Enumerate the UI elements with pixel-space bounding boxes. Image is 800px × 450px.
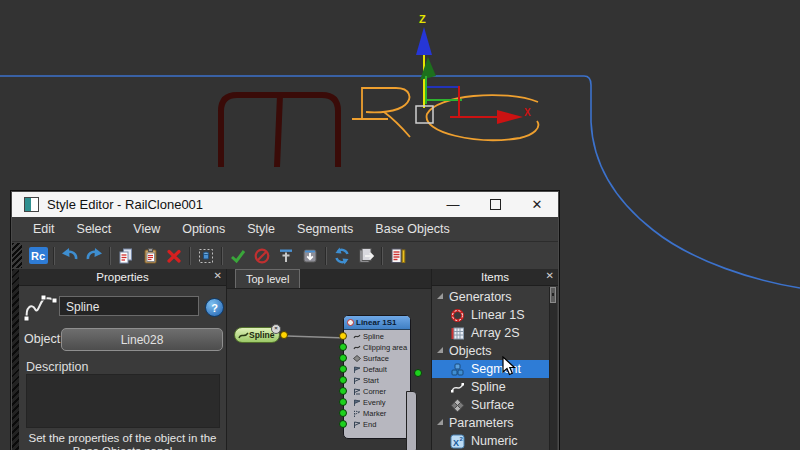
toolbar-separator: [109, 247, 111, 265]
axis-gizmo[interactable]: Z X: [416, 13, 531, 124]
input-port-surface[interactable]: [339, 354, 347, 362]
pin-bottom-icon[interactable]: [298, 245, 322, 267]
style-editor-window: Style Editor - RailClone001 — ✕ Edit Sel…: [10, 190, 560, 450]
linear-generator-header[interactable]: Linear 1S1: [344, 316, 410, 330]
linear-generator-node[interactable]: Linear 1S1 Spline Clipping area Surface …: [343, 315, 411, 439]
railclone-logo-icon[interactable]: Rc: [26, 245, 50, 267]
copy-icon[interactable]: [114, 245, 138, 267]
viewport-rail-geometry[interactable]: [221, 95, 338, 167]
node-editor-canvas[interactable]: Top level Spline × Linear 1S1 Spline Cli…: [227, 269, 432, 450]
spline-node-output-port[interactable]: [280, 331, 288, 339]
node-name-input[interactable]: Spline: [59, 296, 199, 316]
toolbar-grip[interactable]: [12, 243, 22, 268]
mouse-cursor: [502, 356, 518, 378]
input-port-default[interactable]: [339, 365, 347, 373]
window-left-rail: [12, 269, 19, 450]
linear-1s-icon: [450, 308, 465, 323]
apply-check-icon[interactable]: [226, 245, 250, 267]
toolbar-separator: [189, 247, 191, 265]
node-input-end: End: [344, 419, 410, 430]
minimize-button[interactable]: —: [432, 192, 474, 217]
tree-item-numeric[interactable]: X2 Numeric: [432, 432, 549, 450]
segment-icon: [450, 362, 465, 377]
menu-style[interactable]: Style: [236, 217, 286, 241]
generator-output-port[interactable]: [414, 369, 422, 377]
tree-group-generators[interactable]: Generators: [432, 288, 549, 306]
expand-triangle-icon[interactable]: [437, 347, 443, 353]
items-panel: Items ✕ Generators Linear 1S Array 2S: [432, 269, 558, 450]
svg-text:X: X: [453, 437, 459, 447]
pin-top-icon[interactable]: [274, 245, 298, 267]
axis-z-arrow: [416, 27, 432, 55]
description-textarea[interactable]: [26, 374, 220, 428]
tree-item-linear-1s[interactable]: Linear 1S: [432, 306, 549, 324]
properties-panel-header[interactable]: Properties ✕: [19, 269, 226, 286]
select-objects-icon[interactable]: [194, 245, 218, 267]
node-input-corner: Corner: [344, 386, 410, 397]
properties-close-icon[interactable]: ✕: [214, 270, 222, 281]
input-port-evenly[interactable]: [339, 398, 347, 406]
node-input-evenly: Evenly: [344, 397, 410, 408]
input-port-clipping-area[interactable]: [339, 343, 347, 351]
surface-icon: [450, 398, 465, 413]
input-port-spline[interactable]: [339, 332, 347, 340]
items-panel-header[interactable]: Items ✕: [432, 269, 558, 286]
tree-item-segment[interactable]: Segment: [432, 360, 549, 378]
toolbar-separator: [325, 247, 327, 265]
items-scrollbar-thumb[interactable]: [550, 287, 556, 303]
object-picker-button[interactable]: Line028: [61, 328, 223, 351]
toolbar-separator: [221, 247, 223, 265]
delete-icon[interactable]: [162, 245, 186, 267]
input-port-corner[interactable]: [339, 387, 347, 395]
menu-edit[interactable]: Edit: [22, 217, 66, 241]
spline-icon: [450, 380, 465, 395]
notes-icon[interactable]: [386, 245, 410, 267]
tree-item-spline[interactable]: Spline: [432, 378, 549, 396]
menu-options[interactable]: Options: [171, 217, 236, 241]
items-panel-title: Items: [481, 271, 509, 283]
tree-group-objects[interactable]: Objects: [432, 342, 549, 360]
axis-x-label: X: [524, 107, 531, 118]
input-port-start[interactable]: [339, 376, 347, 384]
node-input-default: Default: [344, 364, 410, 375]
linear-generator-icon: [347, 319, 354, 326]
menu-view[interactable]: View: [122, 217, 171, 241]
titlebar[interactable]: Style Editor - RailClone001 — ✕: [12, 192, 558, 217]
items-tree: Generators Linear 1S Array 2S Objects Se…: [432, 286, 549, 450]
menu-select[interactable]: Select: [66, 217, 123, 241]
paste-icon[interactable]: [138, 245, 162, 267]
items-close-icon[interactable]: ✕: [546, 270, 554, 281]
node-input-spline: Spline: [344, 331, 410, 342]
close-button[interactable]: ✕: [516, 192, 558, 217]
expand-triangle-icon[interactable]: [437, 419, 443, 425]
toolbar-separator: [381, 247, 383, 265]
input-port-marker[interactable]: [339, 409, 347, 417]
expand-triangle-icon[interactable]: [437, 293, 443, 299]
menu-base-objects[interactable]: Base Objects: [364, 217, 460, 241]
items-scrollbar[interactable]: [549, 287, 557, 450]
tree-item-surface[interactable]: Surface: [432, 396, 549, 414]
node-side-flap[interactable]: [406, 391, 417, 450]
node-input-clipping-area: Clipping area: [344, 342, 410, 353]
node-input-marker: Marker: [344, 408, 410, 419]
disable-icon[interactable]: [250, 245, 274, 267]
export-icon[interactable]: [354, 245, 378, 267]
node-editor-tabstrip: Top level: [227, 269, 431, 289]
tab-top-level[interactable]: Top level: [235, 269, 300, 288]
properties-panel-title: Properties: [96, 271, 148, 283]
maximize-button[interactable]: [474, 192, 516, 217]
hint-text: Set the properties of the object in the …: [19, 432, 226, 450]
axis-y-arrow: [420, 57, 436, 80]
object-label: Object: [24, 332, 60, 346]
undo-icon[interactable]: [58, 245, 82, 267]
refresh-icon[interactable]: [330, 245, 354, 267]
tree-item-array-2s[interactable]: Array 2S: [432, 324, 549, 342]
node-input-surface: Surface: [344, 353, 410, 364]
spline-source-node[interactable]: Spline ×: [234, 327, 280, 343]
tree-group-parameters[interactable]: Parameters: [432, 414, 549, 432]
help-button[interactable]: ?: [205, 298, 224, 317]
menu-segments[interactable]: Segments: [286, 217, 364, 241]
properties-panel: Properties ✕ Spline ? Object Line028 Des…: [19, 269, 227, 450]
input-port-end[interactable]: [339, 420, 347, 428]
redo-icon[interactable]: [82, 245, 106, 267]
